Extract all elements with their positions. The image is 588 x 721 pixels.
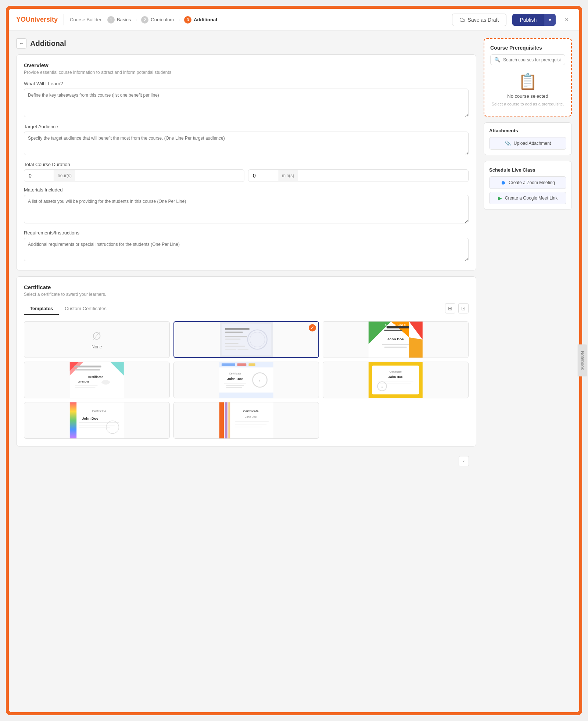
upload-attachment-label: Upload Attachment <box>514 141 551 146</box>
main-content: ← Additional Overview Provide essential … <box>9 31 579 712</box>
svg-rect-56 <box>79 425 115 425</box>
prerequisites-card: Course Prerequisites 🔍 📋 No course selec… <box>484 38 572 116</box>
close-button[interactable]: × <box>562 14 572 25</box>
svg-text:John Doe: John Doe <box>388 375 403 379</box>
notebook-tab[interactable]: Notebook <box>577 344 587 376</box>
search-icon: 🔍 <box>494 57 500 62</box>
tab-custom[interactable]: Custom Certificates <box>59 303 112 315</box>
svg-rect-29 <box>75 387 96 388</box>
svg-text:John Doe: John Doe <box>227 377 243 381</box>
svg-text:Certificate: Certificate <box>88 375 103 379</box>
step-arrow-2: → <box>177 17 181 22</box>
attachments-title: Attachments <box>489 128 566 133</box>
breadcrumb: 1 Basics → 2 Curriculum → 3 Additional <box>107 16 217 24</box>
hours-unit: hour(s) <box>54 170 75 181</box>
svg-rect-18 <box>384 330 402 331</box>
publish-button-group: Publish ▾ <box>512 14 556 26</box>
certificate-card: Certificate Select a certificate to awar… <box>16 276 476 446</box>
mins-input[interactable] <box>248 170 278 182</box>
svg-rect-5 <box>225 331 243 333</box>
cert-preview-svg-4: Certificate John Doe ✦ <box>174 362 319 398</box>
svg-marker-16 <box>409 337 423 358</box>
upload-attachment-button[interactable]: 📎 Upload Attachment <box>489 137 566 150</box>
requirements-input[interactable] <box>24 238 469 261</box>
publish-dropdown-button[interactable]: ▾ <box>544 14 556 26</box>
cert-template-6[interactable]: Certificate John Doe <box>24 402 170 439</box>
svg-rect-52 <box>70 402 76 438</box>
step-num-2: 2 <box>141 16 148 24</box>
svg-rect-20 <box>382 344 409 345</box>
svg-rect-67 <box>235 427 262 427</box>
svg-rect-25 <box>75 369 100 371</box>
hours-input[interactable] <box>24 170 54 182</box>
cert-template-1[interactable]: ✓ <box>173 321 319 358</box>
cert-view-icon-1[interactable]: ⊞ <box>445 303 455 313</box>
svg-rect-61 <box>225 402 227 438</box>
tab-templates[interactable]: Templates <box>24 303 59 315</box>
logo-rest: niversity <box>31 16 58 23</box>
svg-text:Certificate: Certificate <box>229 372 241 375</box>
cert-preview-svg-2: John Doe CERTIFICATE <box>323 322 468 358</box>
cert-preview-svg-6: Certificate John Doe <box>24 402 169 438</box>
duration-row: hour(s) min(s) <box>24 169 469 182</box>
certificate-title: Certificate <box>24 284 469 290</box>
svg-text:John Doe: John Doe <box>82 416 98 420</box>
overview-title: Overview <box>24 62 469 68</box>
page-title: Additional <box>30 39 66 48</box>
bottom-nav: ‹ <box>16 452 476 472</box>
logo: YOUniversity <box>16 16 58 24</box>
what-will-learn-label: What Will I Learn? <box>24 81 469 86</box>
svg-rect-65 <box>235 421 269 422</box>
overview-subtitle: Provide essential course information to … <box>24 70 469 75</box>
inner-frame: YOUniversity Course Builder 1 Basics → 2… <box>9 9 579 712</box>
svg-rect-32 <box>219 392 273 398</box>
prerequisites-search-box[interactable]: 🔍 <box>490 54 565 65</box>
cloud-icon <box>460 17 465 22</box>
hours-input-group: hour(s) <box>24 169 244 182</box>
duration-label: Total Course Duration <box>24 162 469 167</box>
schedule-title: Schedule Live Class <box>489 167 566 173</box>
cert-none[interactable]: ∅ None <box>24 321 170 358</box>
svg-rect-51 <box>70 402 124 438</box>
svg-rect-38 <box>224 384 246 384</box>
certificate-subtitle: Select a certificate to award your learn… <box>24 292 469 297</box>
mins-input-group: min(s) <box>248 169 469 182</box>
no-course-title: No course selected <box>507 93 548 99</box>
target-audience-input[interactable] <box>24 132 469 155</box>
materials-label: Materials Included <box>24 187 469 193</box>
cert-template-3[interactable]: Certificate John Doe <box>24 362 170 398</box>
no-course-area: 📋 No course selected Select a course to … <box>490 65 565 110</box>
create-zoom-meeting-button[interactable]: ⏺ Create a Zoom Meeting <box>489 176 566 189</box>
prerequisites-title: Course Prerequisites <box>490 45 565 51</box>
svg-rect-8 <box>225 343 238 344</box>
cert-template-2[interactable]: John Doe CERTIFICATE <box>323 321 469 358</box>
certificate-tabs: Templates Custom Certificates ⊞ ⊡ <box>24 303 469 315</box>
svg-rect-40 <box>226 387 242 388</box>
breadcrumb-step-1: 1 Basics <box>107 16 131 24</box>
outer-frame: YOUniversity Course Builder 1 Basics → 2… <box>6 6 582 715</box>
notebook-label: Notebook <box>580 351 585 370</box>
left-panel: ← Additional Overview Provide essential … <box>16 38 476 705</box>
overview-card: Overview Provide essential course inform… <box>16 54 476 270</box>
cert-template-7[interactable]: Certificate John Doe <box>173 402 319 439</box>
prev-nav-button[interactable]: ‹ <box>459 456 469 466</box>
prerequisites-search-input[interactable] <box>503 57 561 62</box>
schedule-card: Schedule Live Class ⏺ Create a Zoom Meet… <box>484 161 572 210</box>
svg-rect-7 <box>225 339 240 340</box>
cert-template-5[interactable]: Certificate John Doe ★ <box>323 362 469 398</box>
what-will-learn-input[interactable] <box>24 89 469 117</box>
cert-preview-svg-7: Certificate John Doe <box>174 402 319 438</box>
back-button[interactable]: ← <box>16 38 26 49</box>
svg-rect-24 <box>74 366 101 367</box>
save-draft-button[interactable]: Save as Draft <box>452 14 507 26</box>
svg-rect-28 <box>75 385 98 386</box>
materials-input[interactable] <box>24 195 469 223</box>
cert-preview-svg-3: Certificate John Doe <box>24 362 169 398</box>
cert-view-icon-2[interactable]: ⊡ <box>458 303 469 313</box>
cert-none-label: None <box>92 344 102 349</box>
create-google-meet-button[interactable]: ▶ Create a Google Meet Link <box>489 192 566 204</box>
cert-template-4[interactable]: Certificate John Doe ✦ <box>173 362 319 398</box>
meet-icon: ▶ <box>498 195 502 201</box>
svg-rect-4 <box>225 328 249 330</box>
publish-button[interactable]: Publish <box>512 14 544 26</box>
